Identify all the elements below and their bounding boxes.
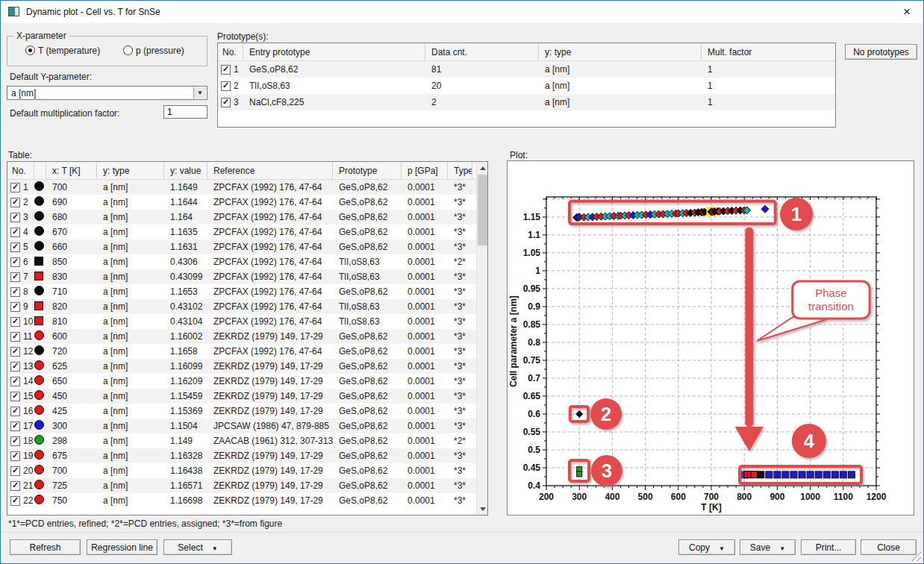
print-button[interactable]: Print...	[801, 539, 856, 555]
table-row[interactable]: 11600a [nm]1.16002ZEKRDZ (1979) 149, 17-…	[7, 329, 487, 344]
table-row[interactable]: 1700a [nm]1.1649ZPCFAX (1992) 176, 47-64…	[7, 180, 487, 195]
column-header[interactable]: Prototype	[333, 162, 402, 179]
column-header[interactable]: No.	[218, 43, 243, 60]
close-window-button[interactable]: ×	[896, 3, 917, 21]
row-checkbox[interactable]	[10, 213, 20, 222]
column-header[interactable]: Entry prototype	[243, 43, 425, 60]
refresh-button[interactable]: Refresh	[10, 539, 81, 555]
table-row[interactable]: 14650a [nm]1.16209ZEKRDZ (1979) 149, 17-…	[7, 374, 487, 389]
default-mult-input[interactable]	[163, 105, 207, 119]
row-checkbox[interactable]	[10, 436, 20, 446]
radio-label[interactable]: T (temperature)	[38, 46, 100, 56]
default-y-combobox[interactable]: a [nm] ▼	[7, 86, 207, 100]
svg-text:Phase: Phase	[815, 286, 847, 299]
column-header[interactable]: p [GPa]	[402, 162, 448, 179]
column-header[interactable]: x: T [K]	[46, 162, 97, 179]
column-header[interactable]	[34, 162, 46, 179]
svg-text:1000: 1000	[800, 492, 820, 502]
row-checkbox[interactable]	[10, 317, 20, 327]
scroll-down-icon[interactable]	[477, 503, 488, 515]
close-button[interactable]: Close	[861, 539, 917, 555]
table-row[interactable]: 22750a [nm]1.16698ZEKRDZ (1979) 149, 17-…	[7, 493, 487, 508]
column-header[interactable]: Data cnt.	[425, 43, 539, 60]
column-header[interactable]: Type	[448, 162, 472, 179]
row-checkbox[interactable]	[221, 81, 231, 91]
column-header[interactable]: y: type	[97, 162, 164, 179]
svg-text:0.45: 0.45	[523, 463, 541, 473]
radio-temperature[interactable]	[25, 46, 35, 55]
table-row[interactable]: 8710a [nm]1.1653ZPCFAX (1992) 176, 47-64…	[7, 284, 487, 299]
row-checkbox[interactable]	[10, 228, 20, 237]
row-checkbox[interactable]	[10, 347, 20, 357]
row-checkbox[interactable]	[10, 242, 20, 252]
table-row[interactable]: 13625a [nm]1.16099ZEKRDZ (1979) 149, 17-…	[7, 359, 487, 374]
svg-text:400: 400	[605, 492, 619, 502]
regression-line-button[interactable]: Regression line	[87, 539, 157, 555]
title-bar[interactable]: Dynamic plot - Cell vs. T for SnSe ×	[1, 1, 923, 23]
row-checkbox[interactable]	[10, 496, 20, 506]
svg-text:1.15: 1.15	[523, 212, 541, 222]
table-row[interactable]: 3680a [nm]1.164ZPCFAX (1992) 176, 47-64G…	[7, 210, 487, 225]
table-row[interactable]: 10810a [nm]0.43104ZPCFAX (1992) 176, 47-…	[7, 314, 487, 329]
table-footnote: *1*=PCD entries, refined; *2*=PCD entrie…	[8, 518, 282, 529]
row-checkbox[interactable]	[10, 257, 20, 267]
row-checkbox[interactable]	[10, 302, 20, 312]
row-checkbox[interactable]	[10, 287, 20, 297]
marker-circle-icon	[34, 196, 44, 206]
scroll-up-icon[interactable]	[477, 162, 488, 174]
table-row[interactable]: 7830a [nm]0.43099ZPCFAX (1992) 176, 47-6…	[7, 269, 487, 284]
radio-label[interactable]: p (pressure)	[136, 46, 184, 56]
row-checkbox[interactable]	[10, 377, 20, 386]
column-header[interactable]: Reference	[207, 162, 333, 179]
table-row[interactable]: 12720a [nm]1.1658ZPCFAX (1992) 176, 47-6…	[7, 344, 487, 359]
chevron-down-icon[interactable]: ▼	[193, 87, 206, 98]
row-checkbox[interactable]	[10, 362, 20, 372]
prototype-row[interactable]: 1GeS,oP8,6281a [nm]1	[218, 61, 835, 78]
dialog-window: Dynamic plot - Cell vs. T for SnSe × X-p…	[0, 0, 924, 564]
table-row[interactable]: 4670a [nm]1.1635ZPCFAX (1992) 176, 47-64…	[7, 225, 487, 239]
table-row[interactable]: 18298a [nm]1.149ZAACAB (1961) 312, 307-3…	[7, 433, 487, 448]
svg-text:1200: 1200	[867, 492, 887, 502]
column-header[interactable]: y: value	[164, 162, 207, 179]
table-scrollbar[interactable]	[476, 162, 488, 515]
table-row[interactable]: 19675a [nm]1.16328ZEKRDZ (1979) 149, 17-…	[7, 448, 487, 463]
row-checkbox[interactable]	[10, 392, 20, 401]
row-checkbox[interactable]	[10, 183, 20, 192]
table-row[interactable]: 15450a [nm]1.15459ZEKRDZ (1979) 149, 17-…	[7, 389, 487, 404]
svg-text:0.7: 0.7	[528, 373, 540, 383]
save-dropdown-button[interactable]: Save▼	[740, 539, 796, 555]
prototypes-label: Prototype(s):	[217, 31, 269, 42]
scatter-plot: 2003004005006007008009001000110012001.15…	[508, 161, 914, 515]
row-checkbox[interactable]	[10, 422, 20, 431]
scrollbar-thumb[interactable]	[478, 175, 487, 245]
table-row[interactable]: 5660a [nm]1.1631ZPCFAX (1992) 176, 47-64…	[7, 239, 487, 254]
svg-text:0.85: 0.85	[523, 319, 541, 330]
row-checkbox[interactable]	[10, 272, 20, 282]
column-header[interactable]: No.	[7, 162, 34, 179]
table-row[interactable]: 20700a [nm]1.16438ZEKRDZ (1979) 149, 17-…	[7, 463, 487, 478]
table-row[interactable]: 21725a [nm]1.16571ZEKRDZ (1979) 149, 17-…	[7, 478, 487, 493]
row-checkbox[interactable]	[221, 65, 231, 75]
table-row[interactable]: 9820a [nm]0.43102ZPCFAX (1992) 176, 47-6…	[7, 299, 487, 314]
row-checkbox[interactable]	[10, 332, 20, 342]
column-header[interactable]: y: type	[539, 43, 702, 60]
row-checkbox[interactable]	[221, 98, 231, 107]
table-row[interactable]: 2690a [nm]1.1644ZPCFAX (1992) 176, 47-64…	[7, 195, 487, 210]
row-checkbox[interactable]	[10, 466, 20, 476]
table-row[interactable]: 16425a [nm]1.15369ZEKRDZ (1979) 149, 17-…	[7, 404, 487, 419]
column-header[interactable]: Mult. factor	[702, 43, 836, 60]
select-dropdown-button[interactable]: Select▼	[163, 539, 232, 555]
no-prototypes-button[interactable]: No prototypes	[845, 44, 917, 60]
row-checkbox[interactable]	[10, 481, 20, 491]
svg-text:1.1: 1.1	[528, 230, 540, 240]
svg-text:T [K]: T [K]	[701, 502, 721, 513]
prototype-row[interactable]: 3NaCl,cF8,2252a [nm]1	[218, 94, 835, 110]
radio-pressure[interactable]	[123, 46, 133, 55]
row-checkbox[interactable]	[10, 451, 20, 461]
copy-dropdown-button[interactable]: Copy▼	[678, 539, 735, 555]
row-checkbox[interactable]	[10, 407, 20, 416]
row-checkbox[interactable]	[10, 198, 20, 207]
prototype-row[interactable]: 2TlI,oS8,6320a [nm]1	[218, 78, 835, 94]
table-row[interactable]: 17300a [nm]1.1504JPCSAW (1986) 47, 879-8…	[7, 419, 487, 433]
table-row[interactable]: 6850a [nm]0.4306ZPCFAX (1992) 176, 47-64…	[7, 254, 487, 269]
